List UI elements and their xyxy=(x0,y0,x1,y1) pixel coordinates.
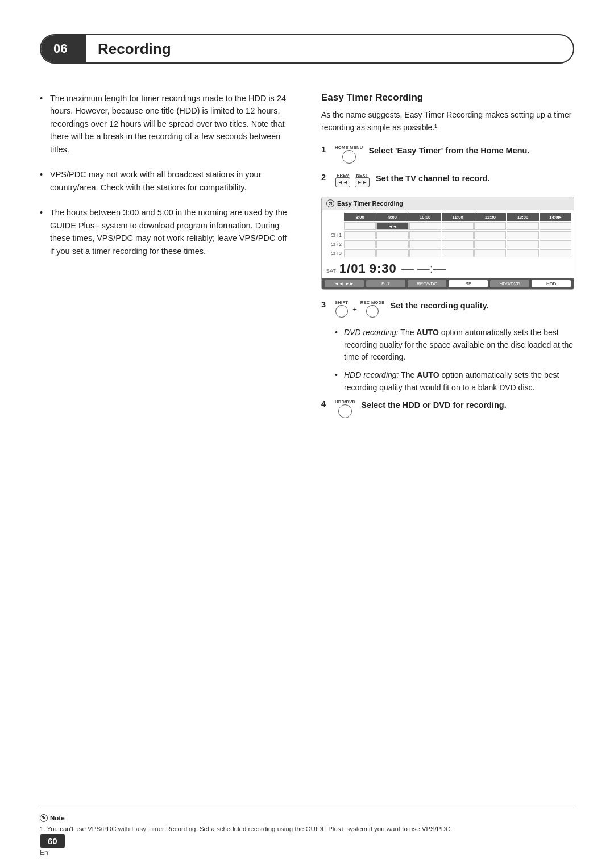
step-3: 3 SHIFT + REC MODE Set the recording qua… xyxy=(321,300,574,318)
timer-ui: ⏱ Easy Timer Recording 8:00 9:00 10:00 1… xyxy=(321,197,574,290)
ch1-c3 xyxy=(442,231,474,239)
timer-ch-row-3: CH 3 xyxy=(324,249,571,258)
bullet-item-2: VPS/PDC may not work with all broadcast … xyxy=(40,168,293,194)
arrow-cell-5 xyxy=(507,222,538,230)
timer-btn-hdddvd[interactable]: HDD/DVD xyxy=(490,280,529,287)
ch1-c5 xyxy=(507,231,538,239)
hdddvd-icon-wrap: HDD/DVD xyxy=(335,400,355,418)
timer-btn-sp[interactable]: SP xyxy=(449,280,488,287)
next-label: NEXT xyxy=(356,173,368,178)
step-number-1: 1 xyxy=(321,145,330,154)
left-column: The maximum length for timer recordings … xyxy=(40,86,293,427)
note-label: ✎ Note xyxy=(40,814,65,822)
timer-arrow-cells: ◄◄ xyxy=(344,222,571,230)
step-1: 1 HOME MENU Select 'Easy Timer' from the… xyxy=(321,145,574,164)
timer-dash-value: — —:— xyxy=(401,261,446,276)
step-4-text: Select the HDD or DVD for recording. xyxy=(361,399,574,412)
page-container: 06 Recording The maximum length for time… xyxy=(0,0,614,868)
recmode-icon-wrap: REC MODE xyxy=(360,301,385,318)
time-cell-1: 9:00 xyxy=(376,213,408,221)
arrow-cell-6 xyxy=(540,222,571,230)
ch-cells-2 xyxy=(344,240,571,248)
timer-btn-hdd[interactable]: HDD xyxy=(532,280,571,287)
ch2-c3 xyxy=(442,240,474,248)
step-1-text: Select 'Easy Timer' from the Home Menu. xyxy=(368,145,574,157)
chapter-header: 06 Recording xyxy=(40,34,574,64)
ch3-c6 xyxy=(540,249,571,257)
timer-btn-pr[interactable]: Pr 7 xyxy=(366,280,405,287)
time-cell-4: 11:30 xyxy=(474,213,506,221)
time-cell-2: 10:00 xyxy=(409,213,441,221)
ch3-c1 xyxy=(376,249,408,257)
step-3-text: Set the recording quality. xyxy=(391,300,574,312)
ch-cells-3 xyxy=(344,249,571,257)
bullet-list: The maximum length for timer recordings … xyxy=(40,92,293,257)
page-number-block: 60 En xyxy=(40,834,65,857)
ch2-c5 xyxy=(507,240,538,248)
ch2-c1 xyxy=(376,240,408,248)
step-4-icon: HDD/DVD xyxy=(335,400,356,418)
ch2-c6 xyxy=(540,240,571,248)
timer-header-cells: 8:00 9:00 10:00 11:00 11:30 13:00 14:0▶ xyxy=(344,213,571,221)
prev-button-icon: ◄◄ xyxy=(335,177,350,187)
ch2-c4 xyxy=(474,240,506,248)
timer-icon: ⏱ xyxy=(326,199,334,207)
prev-icon-wrap: PREV ◄◄ xyxy=(335,173,351,188)
arrow-cell-3 xyxy=(442,222,474,230)
step-3-icon: SHIFT + REC MODE xyxy=(335,301,386,318)
timer-date-row: SAT 1/01 9:30 — —:— xyxy=(322,258,574,278)
chapter-number: 06 xyxy=(41,35,86,62)
shift-button-icon xyxy=(335,305,348,318)
ch3-c0 xyxy=(344,249,376,257)
ch1-c1 xyxy=(376,231,408,239)
timer-btn-rewind[interactable]: ◄◄ ►► xyxy=(325,280,364,287)
step-number-2: 2 xyxy=(321,173,330,182)
plus-sign: + xyxy=(352,305,357,314)
hdddvd-button-icon xyxy=(338,404,352,418)
note-icon: ✎ xyxy=(40,814,48,822)
step-4: 4 HDD/DVD Select the HDD or DVD for reco… xyxy=(321,399,574,418)
time-cell-6: 14:0▶ xyxy=(540,213,571,221)
footer-divider xyxy=(40,807,574,807)
page-lang: En xyxy=(40,849,65,857)
sub-bullet-dvd: DVD recording: The AUTO option automatic… xyxy=(335,327,574,364)
step-2-text: Set the TV channel to record. xyxy=(376,173,574,185)
timer-arrow-row: ◄◄ xyxy=(324,222,571,231)
prev-label: PREV xyxy=(337,173,349,178)
step-2: 2 PREV ◄◄ NEXT ►► Set the TV channel to … xyxy=(321,173,574,188)
ch-label-2: CH 2 xyxy=(324,241,344,247)
timer-btn-recvdc[interactable]: REC/VDC xyxy=(408,280,447,287)
chapter-title: Recording xyxy=(86,40,171,58)
footer-note-text: 1. You can't use VPS/PDC with Easy Timer… xyxy=(40,824,574,834)
arrow-cell-4 xyxy=(474,222,506,230)
ch3-c2 xyxy=(409,249,441,257)
time-cell-5: 13:00 xyxy=(507,213,538,221)
home-menu-label: HOME MENU xyxy=(335,145,363,150)
recmode-label: REC MODE xyxy=(360,301,385,305)
timer-grid: 8:00 9:00 10:00 11:00 11:30 13:00 14:0▶ xyxy=(322,210,574,258)
step-2-icon: PREV ◄◄ NEXT ►► xyxy=(335,173,371,188)
ch3-c3 xyxy=(442,249,474,257)
home-menu-button-icon xyxy=(342,150,356,164)
ch-label-1: CH 1 xyxy=(324,232,344,238)
ch1-c6 xyxy=(540,231,571,239)
ch3-c5 xyxy=(507,249,538,257)
section-intro: As the name suggests, Easy Timer Recordi… xyxy=(321,109,574,133)
timer-day-label: SAT xyxy=(326,268,336,274)
note-text-label: Note xyxy=(50,815,65,821)
timer-ui-title: Easy Timer Recording xyxy=(337,200,403,207)
timer-time-value: 9:30 xyxy=(370,261,397,276)
timer-bottom-bar: ◄◄ ►► Pr 7 REC/VDC SP HDD/DVD HDD xyxy=(322,278,574,289)
home-menu-icon-wrap: HOME MENU xyxy=(335,145,363,164)
ch-label-3: CH 3 xyxy=(324,251,344,256)
ch1-c0 xyxy=(344,231,376,239)
arrow-cell-0 xyxy=(344,222,376,230)
time-cell-0: 8:00 xyxy=(344,213,376,221)
ch2-c0 xyxy=(344,240,376,248)
shift-icon-wrap: SHIFT xyxy=(335,301,348,318)
step-number-3: 3 xyxy=(321,300,330,309)
timer-grid-header-row: 8:00 9:00 10:00 11:00 11:30 13:00 14:0▶ xyxy=(324,212,571,222)
two-column-layout: The maximum length for timer recordings … xyxy=(40,86,574,427)
right-column: Easy Timer Recording As the name suggest… xyxy=(321,86,574,427)
shift-label: SHIFT xyxy=(335,301,348,305)
